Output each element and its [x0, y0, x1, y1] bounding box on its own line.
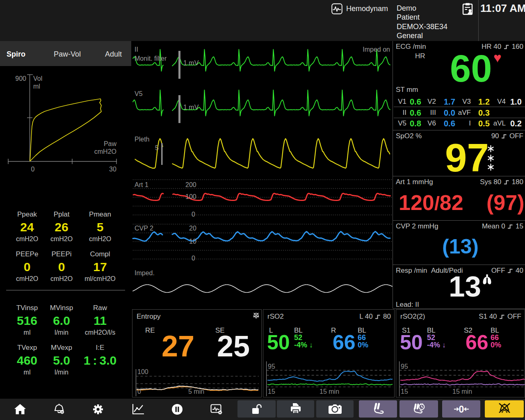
svg-text:0: 0 — [459, 404, 464, 415]
